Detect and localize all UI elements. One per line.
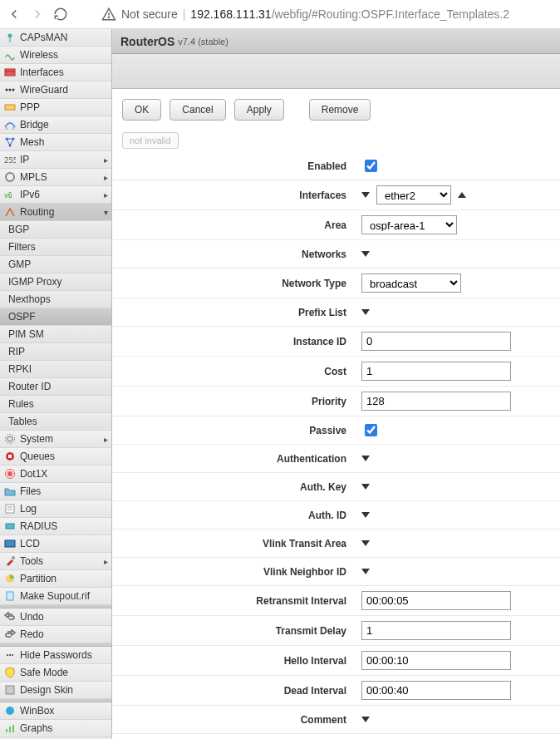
svg-text:255: 255 (4, 156, 16, 165)
sidebar-item-dot1x[interactable]: Dot1X (0, 466, 111, 483)
row-auth-id: Auth. ID (112, 501, 560, 530)
wave-icon (3, 48, 17, 62)
cancel-button[interactable]: Cancel (169, 99, 225, 121)
label-vlink-transit: Vlink Transit Area (112, 538, 361, 549)
sidebar-sub-router-id[interactable]: Router ID (0, 378, 111, 396)
sidebar-item-log[interactable]: Log (0, 500, 111, 518)
row-auth-key: Auth. Key (112, 473, 560, 501)
product-name: RouterOS (120, 35, 174, 48)
sidebar-item-ipv6[interactable]: v6IPv6▸ (0, 186, 111, 204)
sidebar-item-design-skin[interactable]: Design Skin (0, 682, 111, 699)
sidebar-item-partition[interactable]: Partition (0, 570, 111, 588)
expand-icon[interactable] (361, 540, 370, 546)
sidebar-item-radius[interactable]: RADIUS (0, 518, 111, 535)
sidebar-sub-gmp[interactable]: GMP (0, 256, 111, 273)
address-bar[interactable]: Not secure | 192.168.111.31/webfig/#Rout… (101, 7, 509, 22)
sidebar-item-redo[interactable]: Redo (0, 626, 111, 643)
cost-field[interactable] (361, 362, 511, 381)
apply-button[interactable]: Apply (234, 99, 284, 121)
sidebar-item-winbox[interactable]: WinBox (0, 702, 111, 720)
retransmit-field[interactable] (361, 591, 511, 610)
sidebar-item-wireless[interactable]: Wireless (0, 47, 111, 64)
interfaces-select[interactable]: ether2 (376, 185, 451, 204)
sidebar-item-undo[interactable]: Undo (0, 608, 111, 626)
dead-field[interactable] (361, 681, 511, 700)
sidebar-item-label: Filters (8, 241, 36, 253)
svg-rect-28 (5, 540, 15, 547)
ok-button[interactable]: OK (122, 99, 161, 121)
passive-checkbox[interactable] (365, 424, 377, 436)
sidebar-sub-bgp[interactable]: BGP (0, 221, 111, 239)
expand-icon[interactable] (361, 484, 370, 490)
network-type-select[interactable]: broadcast (361, 273, 461, 293)
label-prefix-list: Prefix List (112, 307, 361, 318)
forward-icon[interactable] (30, 7, 45, 22)
expand-icon[interactable] (361, 251, 370, 257)
label-comment: Comment (112, 714, 361, 726)
sidebar-item-label: WinBox (20, 705, 54, 717)
sidebar-item-lcd[interactable]: LCD (0, 535, 111, 553)
back-icon[interactable] (7, 7, 22, 22)
sidebar-item-queues[interactable]: Queues (0, 448, 111, 466)
sidebar-item-label: Partition (20, 573, 56, 584)
area-select[interactable]: ospf-area-1 (361, 215, 457, 234)
sidebar-item-hide-passwords[interactable]: Hide Passwords (0, 647, 111, 664)
sidebar-item-system[interactable]: System▸ (0, 431, 111, 448)
sidebar-item-label: Undo (20, 611, 44, 623)
sidebar-sub-rules[interactable]: Rules (0, 396, 111, 413)
transmit-delay-field[interactable] (361, 621, 511, 640)
expand-icon[interactable] (361, 512, 370, 518)
hello-field[interactable] (361, 651, 511, 670)
sidebar-sub-ospf[interactable]: OSPF (0, 308, 111, 326)
collapse-icon[interactable] (458, 192, 466, 198)
sidebar-item-wireguard[interactable]: WireGuard (0, 81, 111, 99)
svg-text:v6: v6 (4, 192, 12, 200)
sidebar-item-ip[interactable]: 255IP▸ (0, 151, 111, 169)
sidebar-item-ppp[interactable]: PPP (0, 99, 111, 116)
svg-point-1 (108, 17, 109, 17)
sidebar-item-tools[interactable]: Tools▸ (0, 553, 111, 570)
remove-button[interactable]: Remove (309, 99, 371, 121)
enabled-checkbox[interactable] (365, 160, 377, 172)
expand-icon[interactable] (361, 569, 370, 574)
priority-field[interactable] (361, 392, 511, 411)
mesh-icon (3, 135, 17, 149)
svg-rect-24 (6, 505, 14, 513)
svg-rect-21 (8, 455, 12, 458)
sidebar-item-safe-mode[interactable]: Safe Mode (0, 664, 111, 682)
sidebar-item-routing[interactable]: Routing▾ (0, 204, 111, 221)
panel-icon (3, 66, 17, 79)
expand-icon[interactable] (361, 456, 370, 461)
expand-icon[interactable] (361, 717, 370, 722)
sidebar-sub-tables[interactable]: Tables (0, 413, 111, 431)
sidebar-item-interfaces[interactable]: Interfaces (0, 64, 111, 81)
sidebar-item-graphs[interactable]: Graphs (0, 720, 111, 737)
sidebar-item-files[interactable]: Files (0, 483, 111, 500)
sidebar-item-make-supout-rif[interactable]: Make Supout.rif (0, 588, 111, 605)
sidebar-sub-rpki[interactable]: RPKI (0, 361, 111, 378)
label-auth-key: Auth. Key (112, 481, 361, 493)
sidebar-sub-pim-sm[interactable]: PIM SM (0, 326, 111, 343)
sidebar-item-capsman[interactable]: CAPsMAN (0, 29, 111, 47)
sidebar-sub-igmp-proxy[interactable]: IGMP Proxy (0, 273, 111, 291)
sidebar-sub-filters[interactable]: Filters (0, 239, 111, 256)
sidebar-item-label: LCD (20, 538, 40, 549)
sidebar-item-bridge[interactable]: Bridge (0, 116, 111, 134)
sidebar-item-label: GMP (8, 259, 31, 270)
sidebar-item-mpls[interactable]: MPLS▸ (0, 169, 111, 186)
sidebar-sub-nexthops[interactable]: Nexthops (0, 291, 111, 308)
expand-icon[interactable] (361, 309, 370, 315)
reload-icon[interactable] (53, 7, 68, 22)
winbox-icon (3, 704, 17, 717)
expand-icon[interactable] (361, 192, 370, 198)
svg-point-32 (7, 654, 8, 656)
sidebar-item-label: RADIUS (20, 520, 57, 532)
pie-icon (3, 572, 17, 585)
sidebar-item-label: Redo (20, 628, 44, 640)
chevron-icon: ▾ (104, 208, 108, 217)
sidebar-item-mesh[interactable]: Mesh (0, 134, 111, 151)
sidebar-sub-rip[interactable]: RIP (0, 343, 111, 361)
label-hello: Hello Interval (112, 655, 361, 667)
title-bar: RouterOS v7.4 (stable) (112, 29, 560, 54)
instance-id-field[interactable] (361, 332, 511, 351)
